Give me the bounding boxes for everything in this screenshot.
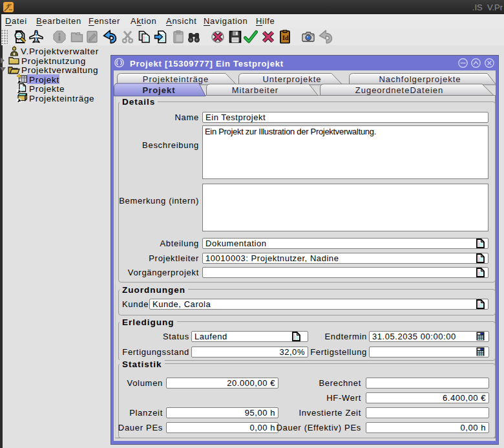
svg-text:Id: Id	[282, 34, 289, 41]
